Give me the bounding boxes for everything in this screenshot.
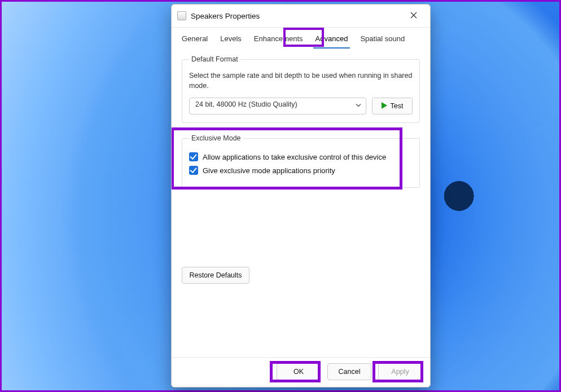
cancel-label: Cancel [339, 368, 361, 376]
tab-levels[interactable]: Levels [218, 31, 244, 49]
close-icon [410, 12, 417, 20]
test-button[interactable]: Test [372, 98, 413, 114]
tab-content: Default Format Select the sample rate an… [172, 49, 430, 357]
exclusive-priority-label: Give exclusive mode applications priorit… [203, 166, 335, 175]
tab-spatial-sound[interactable]: Spatial sound [358, 31, 407, 49]
app-icon [177, 11, 186, 20]
checkbox-checked-icon [189, 152, 198, 161]
restore-defaults-button[interactable]: Restore Defaults [182, 267, 249, 284]
tab-bar: General Levels Enhancements Advanced Spa… [172, 28, 430, 49]
checkbox-checked-icon [189, 166, 198, 175]
allow-exclusive-row[interactable]: Allow applications to take exclusive con… [189, 152, 413, 161]
restore-defaults-label: Restore Defaults [189, 271, 242, 279]
titlebar: Speakers Properties [172, 5, 430, 28]
test-button-label: Test [391, 102, 404, 110]
sample-format-value: 24 bit, 48000 Hz (Studio Quality) [189, 98, 366, 114]
default-format-group: Default Format Select the sample rate an… [182, 55, 420, 123]
exclusive-mode-group: Exclusive Mode Allow applications to tak… [182, 134, 420, 188]
play-icon [382, 102, 387, 111]
tab-general[interactable]: General [179, 31, 210, 49]
sample-format-select[interactable]: 24 bit, 48000 Hz (Studio Quality) [189, 98, 366, 114]
speakers-properties-dialog: Speakers Properties General Levels Enhan… [171, 4, 431, 387]
tab-enhancements[interactable]: Enhancements [252, 31, 305, 49]
window-title: Speakers Properties [191, 12, 260, 20]
default-format-help: Select the sample rate and bit depth to … [189, 71, 413, 91]
cancel-button[interactable]: Cancel [327, 363, 371, 380]
exclusive-priority-row[interactable]: Give exclusive mode applications priorit… [189, 166, 413, 175]
ok-label: OK [293, 368, 304, 376]
apply-label: Apply [391, 368, 409, 376]
exclusive-mode-legend: Exclusive Mode [189, 134, 243, 142]
allow-exclusive-label: Allow applications to take exclusive con… [203, 153, 386, 161]
close-button[interactable] [402, 8, 426, 24]
ok-button[interactable]: OK [277, 363, 321, 380]
apply-button[interactable]: Apply [378, 363, 422, 380]
tab-advanced[interactable]: Advanced [313, 31, 350, 49]
dialog-footer: OK Cancel Apply [172, 357, 430, 387]
default-format-legend: Default Format [189, 55, 240, 63]
desktop-wallpaper: Speakers Properties General Levels Enhan… [0, 0, 561, 392]
